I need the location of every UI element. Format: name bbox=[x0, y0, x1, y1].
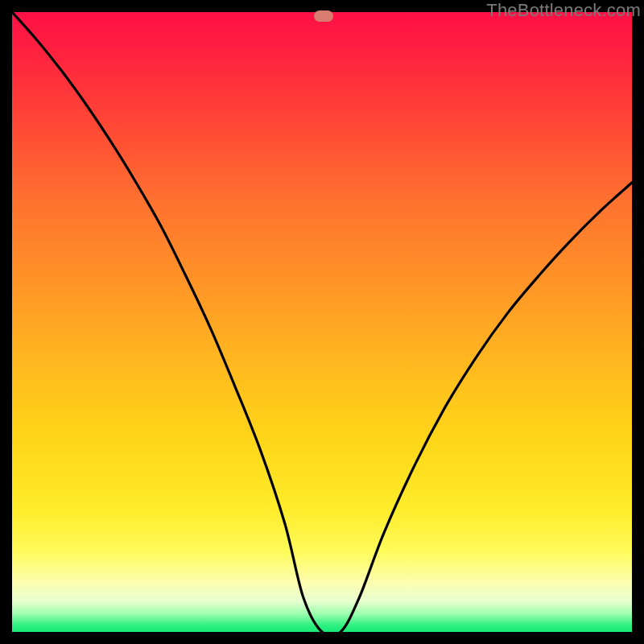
bottleneck-curve bbox=[12, 12, 632, 632]
plot-area bbox=[12, 12, 632, 632]
chart-frame: TheBottleneck.com bbox=[0, 0, 644, 644]
watermark-label: TheBottleneck.com bbox=[486, 0, 641, 21]
